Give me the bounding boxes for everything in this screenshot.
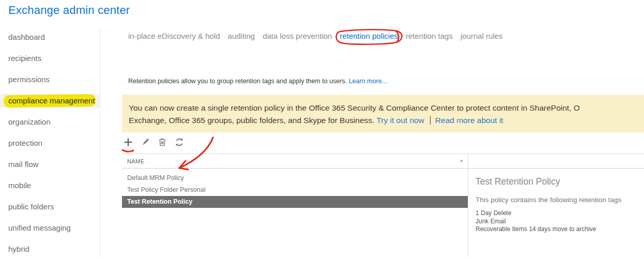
tab-auditing[interactable]: auditing	[228, 32, 255, 40]
sidebar-item-compliance-management[interactable]: compliance management	[0, 94, 100, 108]
details-title: Test Retention Policy	[476, 176, 639, 187]
list-item-test-policy-folder-personal[interactable]: Test Policy Folder Personal	[122, 184, 468, 196]
banner-line-1: You can now create a single retention po…	[129, 102, 644, 114]
page-title: Exchange admin center	[8, 4, 130, 17]
read-more-link[interactable]: Read more about it	[435, 116, 503, 125]
details-pane: Test Retention Policy This policy contai…	[476, 176, 639, 234]
retention-tag: Recoverable Items 14 days move to archiv…	[476, 225, 639, 234]
trash-icon	[157, 137, 167, 147]
delete-button[interactable]	[156, 135, 169, 149]
link-divider	[430, 116, 431, 125]
tab-retention-tags[interactable]: retention tags	[406, 32, 453, 40]
banner-line-2: Exchange, Office 365 groups, public fold…	[129, 114, 644, 127]
list-column-header[interactable]: NAME ▲	[122, 154, 644, 169]
red-underline-annotation	[122, 150, 133, 151]
learn-more-link[interactable]: Learn more...	[349, 78, 387, 85]
policy-list: Default MRM Policy Test Policy Folder Pe…	[122, 172, 468, 208]
tab-bar: in-place eDiscovery & hold auditing data…	[128, 32, 503, 40]
sidebar-item-dashboard[interactable]: dashboard	[0, 31, 100, 44]
tab-retention-policies[interactable]: retention policies	[340, 32, 398, 40]
tab-data-loss-prevention[interactable]: data loss prevention	[263, 32, 332, 40]
intro-text: Retention policies allow you to group re…	[128, 78, 387, 85]
column-header-name[interactable]: NAME	[127, 158, 144, 164]
pencil-icon	[140, 137, 150, 147]
list-item-default-mrm-policy[interactable]: Default MRM Policy	[122, 172, 468, 184]
sidebar-item-hybrid[interactable]: hybrid	[0, 242, 100, 256]
pane-divider	[468, 154, 468, 256]
sidebar-item-permissions[interactable]: permissions	[0, 73, 100, 86]
tab-in-place-ediscovery-hold[interactable]: in-place eDiscovery & hold	[128, 32, 220, 40]
retention-tag-list: 1 Day Delete Junk Email Recoverable Item…	[476, 209, 639, 234]
sidebar-item-recipients[interactable]: recipients	[0, 52, 100, 65]
list-item-test-retention-policy[interactable]: Test Retention Policy	[122, 196, 468, 208]
sidebar-item-public-folders[interactable]: public folders	[0, 200, 100, 214]
toolbar	[121, 135, 186, 149]
info-banner: You can now create a single retention po…	[122, 95, 644, 132]
sidebar-item-mobile[interactable]: mobile	[0, 179, 100, 192]
tab-journal-rules[interactable]: journal rules	[461, 32, 503, 40]
details-subtitle: This policy contains the following reten…	[476, 196, 639, 204]
sidebar-item-organization[interactable]: organization	[0, 115, 100, 129]
sidebar-item-unified-messaging[interactable]: unified messaging	[0, 221, 100, 235]
sidebar: dashboard recipients permissions complia…	[0, 31, 100, 258]
retention-tag: 1 Day Delete	[476, 209, 639, 218]
refresh-button[interactable]	[173, 135, 186, 149]
refresh-icon	[174, 137, 185, 147]
retention-tag: Junk Email	[476, 218, 639, 226]
add-button[interactable]	[121, 135, 135, 149]
sort-ascending-icon[interactable]: ▲	[459, 158, 464, 163]
try-it-out-now-link[interactable]: Try it out now	[376, 116, 424, 125]
sidebar-item-mail-flow[interactable]: mail flow	[0, 158, 100, 171]
plus-icon	[123, 137, 133, 147]
tab-retention-policies-wrap: retention policies	[340, 32, 398, 40]
sidebar-item-protection[interactable]: protection	[0, 136, 100, 150]
edit-button[interactable]	[139, 135, 152, 149]
